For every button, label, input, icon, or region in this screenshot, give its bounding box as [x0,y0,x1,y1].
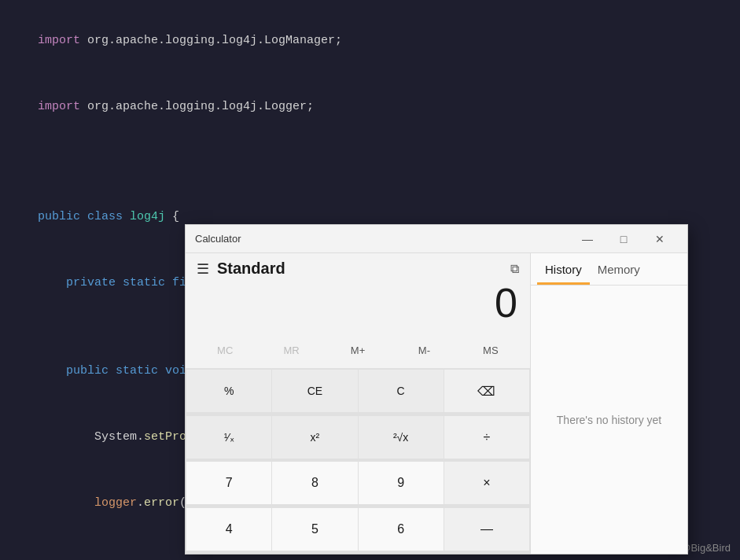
six-button[interactable]: 6 [359,508,444,551]
subtract-button[interactable]: — [444,508,529,551]
calculator-body: ☰ Standard ⧉ 0 MC MR M+ M- MS % CE C ⌫ [186,253,687,554]
ce-button[interactable]: CE [272,370,357,412]
calc-left-panel: ☰ Standard ⧉ 0 MC MR M+ M- MS % CE C ⌫ [186,253,530,554]
tab-history[interactable]: History [537,253,590,285]
code-line-2: import org.apache.logging.log4j.Logger; [0,74,740,140]
memory-row: MC MR M+ M- MS [186,332,530,369]
five-button[interactable]: 5 [272,508,357,551]
ms-button[interactable]: MS [458,335,524,365]
calc-display: 0 [186,281,530,332]
mr-button[interactable]: MR [258,335,324,365]
mplus-button[interactable]: M+ [325,335,391,365]
tab-memory[interactable]: Memory [590,253,648,285]
no-history-text: There's no history yet [557,414,661,426]
backspace-button[interactable]: ⌫ [444,370,529,412]
calc-right-panel: History Memory There's no history yet [530,253,687,554]
mc-button[interactable]: MC [192,335,258,365]
minimize-button[interactable]: — [569,227,606,252]
calculator-window: Calculator — □ ✕ ☰ Standard ⧉ 0 MC MR [185,224,688,554]
eight-button[interactable]: 8 [272,462,357,504]
seven-button[interactable]: 7 [186,462,271,504]
close-button[interactable]: ✕ [642,227,678,252]
maximize-button[interactable]: □ [606,227,642,252]
calculator-title: Calculator [195,233,569,245]
hamburger-icon[interactable]: ☰ [197,260,209,278]
nine-button[interactable]: 9 [359,462,444,504]
titlebar: Calculator — □ ✕ [186,225,687,253]
calc-header: ☰ Standard ⧉ [186,253,530,281]
calc-button-grid: % CE C ⌫ ¹⁄ₓ x² ²√x ÷ 7 8 9 × 4 5 6 — [186,369,530,554]
reciprocal-button[interactable]: ¹⁄ₓ [186,416,271,459]
four-button[interactable]: 4 [186,508,271,551]
mminus-button[interactable]: M- [391,335,457,365]
c-button[interactable]: C [359,370,444,412]
square-button[interactable]: x² [272,416,357,459]
history-content: There's no history yet [531,286,687,554]
divide-button[interactable]: ÷ [444,416,529,459]
compact-mode-icon[interactable]: ⧉ [510,262,519,276]
calc-mode-title: Standard [217,260,503,278]
titlebar-controls: — □ ✕ [569,227,678,252]
display-value: 0 [198,281,517,326]
sqrt-button[interactable]: ²√x [359,416,444,459]
multiply-button[interactable]: × [444,462,529,504]
code-line-1: import org.apache.logging.log4j.LogManag… [0,8,740,74]
right-tabs: History Memory [531,253,687,286]
percent-button[interactable]: % [186,370,271,412]
